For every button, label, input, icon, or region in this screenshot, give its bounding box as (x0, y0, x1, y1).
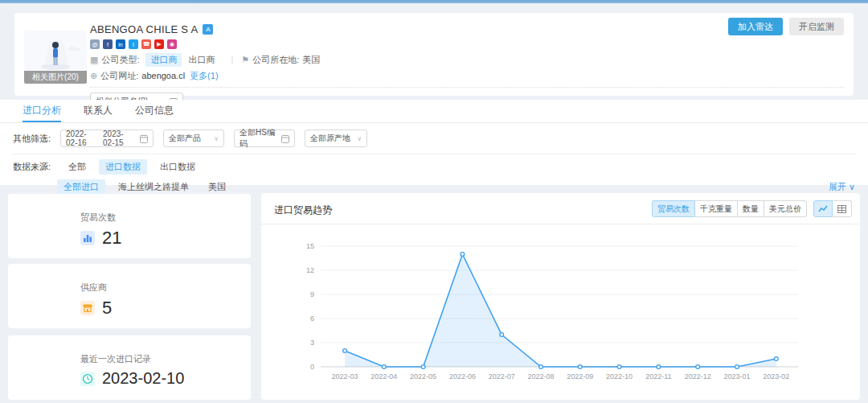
svg-text:2022-07: 2022-07 (489, 372, 515, 380)
svg-text:2022-04: 2022-04 (371, 372, 397, 380)
data-source-label: 数据来源: (13, 161, 51, 173)
exporter-tag[interactable]: 出口商 (188, 54, 215, 66)
last-import-value: 2023-02-10 (102, 369, 184, 388)
svg-text:12: 12 (306, 266, 314, 274)
company-photo[interactable]: 相关图片(20) (24, 31, 87, 84)
source-option-all[interactable]: 全部 (62, 159, 92, 175)
website-icon[interactable]: @ (90, 39, 100, 49)
panel-icon (281, 134, 289, 143)
last-import-label: 最近一次进口记录 (80, 353, 251, 365)
website-label: 公司网址: (100, 70, 138, 82)
calendar-icon (140, 134, 148, 143)
shop-icon (80, 301, 95, 315)
globe-icon: ⊕ (90, 71, 97, 81)
company-name: ABENGOA CHILE S A (90, 23, 198, 35)
svg-text:6: 6 (310, 315, 314, 323)
location-label: 公司所在地: (252, 54, 299, 66)
tab-import-analysis[interactable]: 进口分析 (23, 100, 61, 122)
translate-icon[interactable]: A (203, 24, 213, 35)
svg-text:2022-09: 2022-09 (567, 372, 593, 380)
bar-chart-icon (80, 231, 95, 245)
company-info-block: ABENGOA CHILE S A A @fint☎▶◉ ▦ 公司类型: 进口商… (90, 23, 773, 110)
hs-code-select[interactable]: 全部HS编码 (234, 130, 295, 147)
tab-company-info[interactable]: 公司信息 (135, 100, 174, 122)
person-illustration (26, 32, 85, 71)
svg-text:2023-01: 2023-01 (723, 372, 750, 380)
date-start: 2022-02-16 (66, 130, 98, 147)
source-option-export[interactable]: 出口数据 (154, 159, 202, 175)
building-icon: ▦ (90, 55, 98, 65)
facebook-icon[interactable]: f (103, 39, 113, 49)
chevron-down-icon: ∨ (214, 135, 219, 142)
date-end: 2023-02-15 (103, 130, 135, 147)
line-chart-view-icon[interactable] (813, 200, 833, 217)
hs-code-select-value: 全部HS编码 (240, 127, 276, 150)
svg-text:2022-12: 2022-12 (685, 372, 711, 380)
clock-icon (80, 372, 95, 386)
tab-contacts[interactable]: 联系人 (84, 100, 113, 122)
suppliers-label: 供应商 (80, 282, 251, 294)
flag-icon: ⚑ (241, 55, 249, 65)
table-view-icon[interactable] (833, 200, 852, 217)
location-value: 美国 (302, 54, 320, 66)
other-filter-label: 其他筛选: (13, 133, 51, 145)
chevron-down-icon: ∨ (849, 182, 855, 192)
suppliers-card: 供应商 5 (8, 264, 251, 328)
view-switcher (813, 200, 852, 217)
top-accent-bar (0, 0, 868, 3)
suppliers-value: 5 (102, 298, 112, 319)
origin-select-value: 全部原产地 (310, 133, 350, 144)
product-select[interactable]: 全部产品 ∨ (163, 130, 224, 147)
trade-count-label: 贸易次数 (80, 212, 251, 224)
svg-text:15: 15 (306, 242, 314, 250)
svg-text:2022-03: 2022-03 (331, 372, 358, 380)
instagram-icon[interactable]: ◉ (167, 39, 177, 49)
svg-text:2022-10: 2022-10 (606, 372, 633, 380)
metric-usd-total-button[interactable]: 美元总价 (764, 200, 807, 217)
sub-option-all-import[interactable]: 全部进口 (57, 179, 105, 195)
svg-text:2022-06: 2022-06 (449, 372, 476, 380)
metric-trade-count-button[interactable]: 贸易次数 (652, 200, 695, 217)
trend-chart-card: 进口贸易趋势 贸易次数 千克重量 数量 美元总价 0 (261, 193, 860, 400)
svg-text:2022-08: 2022-08 (527, 372, 554, 380)
tabs-filter-section: 进口分析 联系人 公司信息 其他筛选: 2022-02-16 2023-02-1… (0, 100, 868, 185)
add-to-radar-button[interactable]: 加入雷达 (728, 18, 783, 35)
expand-label: 展开 (829, 181, 846, 193)
social-icons: @fint☎▶◉ (90, 39, 773, 49)
company-header-card: 相关图片(20) ABENGOA CHILE S A A @fint☎▶◉ ▦ … (14, 13, 854, 96)
trend-line-chart: 036912152022-032022-042022-052022-062022… (268, 230, 846, 391)
expand-link[interactable]: 展开 ∨ (829, 181, 855, 193)
source-option-import[interactable]: 进口数据 (99, 159, 147, 175)
start-monitoring-button[interactable]: 开启监测 (789, 18, 844, 35)
sub-option-usa[interactable]: 美国 (202, 179, 232, 195)
sub-option-silk-road[interactable]: 海上丝绸之路提单 (112, 179, 195, 195)
chart-title: 进口贸易趋势 (274, 204, 332, 217)
metric-quantity-button[interactable]: 数量 (738, 200, 764, 217)
header-dotted-separator (90, 87, 844, 88)
trade-count-card: 贸易次数 21 (8, 194, 251, 258)
company-type-label: 公司类型: (101, 54, 139, 66)
svg-text:2022-05: 2022-05 (410, 372, 436, 380)
chevron-down-icon: ∨ (357, 135, 362, 142)
origin-select[interactable]: 全部原产地 ∨ (305, 130, 367, 147)
youtube-icon[interactable]: ▶ (154, 39, 164, 49)
importer-tag[interactable]: 进口商 (145, 53, 182, 67)
linkedin-icon[interactable]: in (116, 39, 125, 49)
meta-divider: | (231, 55, 233, 64)
svg-text:3: 3 (310, 339, 314, 347)
website-link[interactable]: abengoa.cl (141, 71, 185, 80)
svg-text:9: 9 (310, 290, 314, 298)
product-select-value: 全部产品 (169, 133, 201, 144)
twitter-icon[interactable]: t (129, 39, 138, 49)
last-import-card: 最近一次进口记录 2023-02-10 (8, 335, 251, 400)
related-images-label[interactable]: 相关图片(20) (24, 71, 87, 84)
metric-weight-button[interactable]: 千克重量 (695, 200, 738, 217)
date-range-picker[interactable]: 2022-02-16 2023-02-15 (60, 130, 154, 147)
website-more-link[interactable]: 更多(1) (190, 70, 218, 82)
filter-dotted-separator (13, 154, 855, 154)
metric-switcher: 贸易次数 千克重量 数量 美元总价 (652, 200, 807, 217)
svg-text:0: 0 (310, 363, 314, 371)
svg-text:2022-11: 2022-11 (645, 372, 671, 380)
trade-count-value: 21 (102, 228, 121, 249)
phone-icon[interactable]: ☎ (141, 39, 151, 49)
